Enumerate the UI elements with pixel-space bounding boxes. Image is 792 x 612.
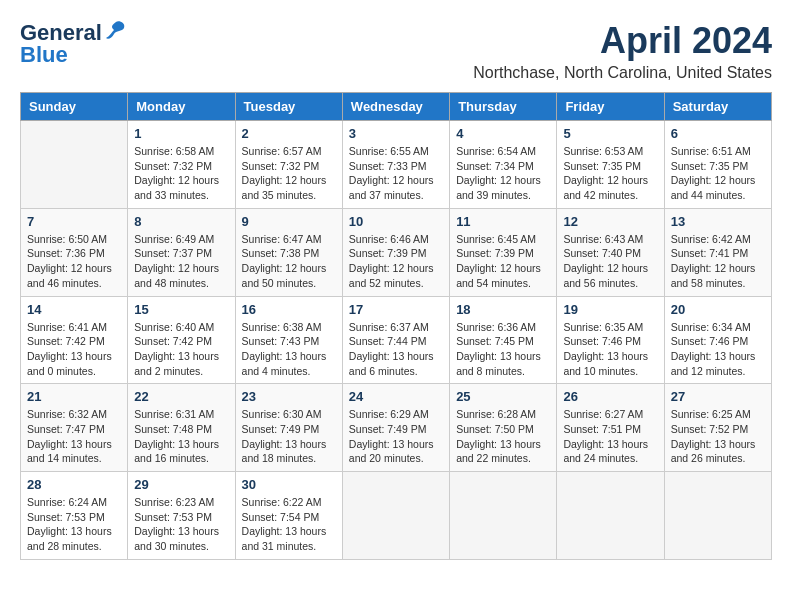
day-info: Sunrise: 6:28 AMSunset: 7:50 PMDaylight:… xyxy=(456,407,550,466)
day-info: Sunrise: 6:27 AMSunset: 7:51 PMDaylight:… xyxy=(563,407,657,466)
day-number: 17 xyxy=(349,302,443,317)
calendar-cell: 26Sunrise: 6:27 AMSunset: 7:51 PMDayligh… xyxy=(557,384,664,472)
calendar-cell: 19Sunrise: 6:35 AMSunset: 7:46 PMDayligh… xyxy=(557,296,664,384)
calendar-table: SundayMondayTuesdayWednesdayThursdayFrid… xyxy=(20,92,772,560)
day-info: Sunrise: 6:51 AMSunset: 7:35 PMDaylight:… xyxy=(671,144,765,203)
sunset-text: Sunset: 7:45 PM xyxy=(456,334,550,349)
calendar-cell: 28Sunrise: 6:24 AMSunset: 7:53 PMDayligh… xyxy=(21,472,128,560)
sunset-text: Sunset: 7:40 PM xyxy=(563,246,657,261)
daylight-text: Daylight: 13 hours and 6 minutes. xyxy=(349,349,443,378)
sunset-text: Sunset: 7:32 PM xyxy=(242,159,336,174)
day-number: 9 xyxy=(242,214,336,229)
calendar-cell: 9Sunrise: 6:47 AMSunset: 7:38 PMDaylight… xyxy=(235,208,342,296)
daylight-text: Daylight: 13 hours and 8 minutes. xyxy=(456,349,550,378)
sunset-text: Sunset: 7:42 PM xyxy=(27,334,121,349)
sunset-text: Sunset: 7:46 PM xyxy=(563,334,657,349)
sunrise-text: Sunrise: 6:31 AM xyxy=(134,407,228,422)
calendar-week-5: 28Sunrise: 6:24 AMSunset: 7:53 PMDayligh… xyxy=(21,472,772,560)
daylight-text: Daylight: 13 hours and 22 minutes. xyxy=(456,437,550,466)
day-number: 29 xyxy=(134,477,228,492)
calendar-cell: 15Sunrise: 6:40 AMSunset: 7:42 PMDayligh… xyxy=(128,296,235,384)
calendar-header-row: SundayMondayTuesdayWednesdayThursdayFrid… xyxy=(21,93,772,121)
daylight-text: Daylight: 12 hours and 50 minutes. xyxy=(242,261,336,290)
day-info: Sunrise: 6:40 AMSunset: 7:42 PMDaylight:… xyxy=(134,320,228,379)
sunrise-text: Sunrise: 6:45 AM xyxy=(456,232,550,247)
sunset-text: Sunset: 7:33 PM xyxy=(349,159,443,174)
calendar-cell: 1Sunrise: 6:58 AMSunset: 7:32 PMDaylight… xyxy=(128,121,235,209)
sunset-text: Sunset: 7:52 PM xyxy=(671,422,765,437)
sunrise-text: Sunrise: 6:40 AM xyxy=(134,320,228,335)
daylight-text: Daylight: 12 hours and 44 minutes. xyxy=(671,173,765,202)
calendar-cell: 7Sunrise: 6:50 AMSunset: 7:36 PMDaylight… xyxy=(21,208,128,296)
sunrise-text: Sunrise: 6:28 AM xyxy=(456,407,550,422)
day-info: Sunrise: 6:29 AMSunset: 7:49 PMDaylight:… xyxy=(349,407,443,466)
calendar-cell: 23Sunrise: 6:30 AMSunset: 7:49 PMDayligh… xyxy=(235,384,342,472)
calendar-cell: 6Sunrise: 6:51 AMSunset: 7:35 PMDaylight… xyxy=(664,121,771,209)
sunrise-text: Sunrise: 6:57 AM xyxy=(242,144,336,159)
calendar-cell: 20Sunrise: 6:34 AMSunset: 7:46 PMDayligh… xyxy=(664,296,771,384)
page-header: General Blue April 2024 Northchase, Nort… xyxy=(20,20,772,82)
calendar-cell: 13Sunrise: 6:42 AMSunset: 7:41 PMDayligh… xyxy=(664,208,771,296)
calendar-cell: 22Sunrise: 6:31 AMSunset: 7:48 PMDayligh… xyxy=(128,384,235,472)
calendar-cell xyxy=(21,121,128,209)
daylight-text: Daylight: 12 hours and 48 minutes. xyxy=(134,261,228,290)
sunrise-text: Sunrise: 6:25 AM xyxy=(671,407,765,422)
sunset-text: Sunset: 7:44 PM xyxy=(349,334,443,349)
calendar-cell: 12Sunrise: 6:43 AMSunset: 7:40 PMDayligh… xyxy=(557,208,664,296)
sunset-text: Sunset: 7:50 PM xyxy=(456,422,550,437)
header-friday: Friday xyxy=(557,93,664,121)
day-number: 18 xyxy=(456,302,550,317)
sunset-text: Sunset: 7:36 PM xyxy=(27,246,121,261)
sunrise-text: Sunrise: 6:58 AM xyxy=(134,144,228,159)
day-info: Sunrise: 6:36 AMSunset: 7:45 PMDaylight:… xyxy=(456,320,550,379)
daylight-text: Daylight: 12 hours and 46 minutes. xyxy=(27,261,121,290)
calendar-cell: 30Sunrise: 6:22 AMSunset: 7:54 PMDayligh… xyxy=(235,472,342,560)
sunset-text: Sunset: 7:49 PM xyxy=(242,422,336,437)
day-number: 23 xyxy=(242,389,336,404)
day-number: 7 xyxy=(27,214,121,229)
sunrise-text: Sunrise: 6:43 AM xyxy=(563,232,657,247)
calendar-title: April 2024 xyxy=(473,20,772,62)
day-info: Sunrise: 6:49 AMSunset: 7:37 PMDaylight:… xyxy=(134,232,228,291)
calendar-week-4: 21Sunrise: 6:32 AMSunset: 7:47 PMDayligh… xyxy=(21,384,772,472)
logo-bottom-text: Blue xyxy=(20,42,68,68)
sunrise-text: Sunrise: 6:24 AM xyxy=(27,495,121,510)
day-number: 21 xyxy=(27,389,121,404)
day-number: 11 xyxy=(456,214,550,229)
daylight-text: Daylight: 12 hours and 58 minutes. xyxy=(671,261,765,290)
day-info: Sunrise: 6:32 AMSunset: 7:47 PMDaylight:… xyxy=(27,407,121,466)
day-number: 6 xyxy=(671,126,765,141)
daylight-text: Daylight: 12 hours and 56 minutes. xyxy=(563,261,657,290)
sunrise-text: Sunrise: 6:53 AM xyxy=(563,144,657,159)
day-number: 4 xyxy=(456,126,550,141)
sunrise-text: Sunrise: 6:55 AM xyxy=(349,144,443,159)
sunset-text: Sunset: 7:53 PM xyxy=(27,510,121,525)
calendar-subtitle: Northchase, North Carolina, United State… xyxy=(473,64,772,82)
calendar-cell: 2Sunrise: 6:57 AMSunset: 7:32 PMDaylight… xyxy=(235,121,342,209)
sunset-text: Sunset: 7:49 PM xyxy=(349,422,443,437)
sunset-text: Sunset: 7:53 PM xyxy=(134,510,228,525)
daylight-text: Daylight: 13 hours and 24 minutes. xyxy=(563,437,657,466)
day-info: Sunrise: 6:46 AMSunset: 7:39 PMDaylight:… xyxy=(349,232,443,291)
daylight-text: Daylight: 13 hours and 2 minutes. xyxy=(134,349,228,378)
header-wednesday: Wednesday xyxy=(342,93,449,121)
header-monday: Monday xyxy=(128,93,235,121)
daylight-text: Daylight: 13 hours and 10 minutes. xyxy=(563,349,657,378)
calendar-cell xyxy=(557,472,664,560)
sunrise-text: Sunrise: 6:50 AM xyxy=(27,232,121,247)
day-number: 26 xyxy=(563,389,657,404)
day-number: 5 xyxy=(563,126,657,141)
sunset-text: Sunset: 7:54 PM xyxy=(242,510,336,525)
calendar-cell: 21Sunrise: 6:32 AMSunset: 7:47 PMDayligh… xyxy=(21,384,128,472)
sunset-text: Sunset: 7:51 PM xyxy=(563,422,657,437)
day-info: Sunrise: 6:53 AMSunset: 7:35 PMDaylight:… xyxy=(563,144,657,203)
sunset-text: Sunset: 7:35 PM xyxy=(563,159,657,174)
sunset-text: Sunset: 7:34 PM xyxy=(456,159,550,174)
calendar-cell: 25Sunrise: 6:28 AMSunset: 7:50 PMDayligh… xyxy=(450,384,557,472)
day-info: Sunrise: 6:54 AMSunset: 7:34 PMDaylight:… xyxy=(456,144,550,203)
sunrise-text: Sunrise: 6:27 AM xyxy=(563,407,657,422)
sunset-text: Sunset: 7:38 PM xyxy=(242,246,336,261)
sunset-text: Sunset: 7:32 PM xyxy=(134,159,228,174)
day-info: Sunrise: 6:31 AMSunset: 7:48 PMDaylight:… xyxy=(134,407,228,466)
sunset-text: Sunset: 7:43 PM xyxy=(242,334,336,349)
